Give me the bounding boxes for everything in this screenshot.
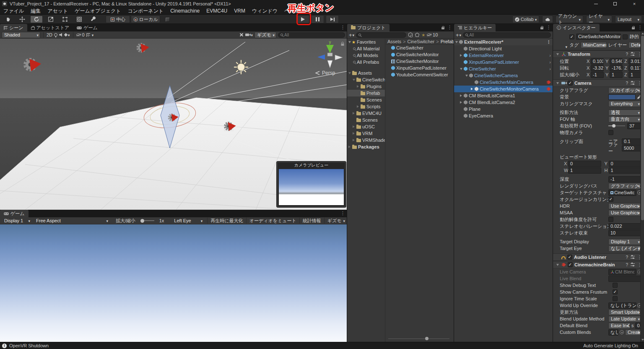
hierarchy-search-input[interactable]	[469, 33, 548, 37]
clear-flags-dropdown[interactable]: スカイボックス	[608, 87, 641, 94]
camera-header[interactable]: Camera	[553, 79, 644, 87]
lock-icon[interactable]	[540, 27, 543, 29]
create-asset-button[interactable]: Create Asset	[625, 329, 641, 336]
hdr-dropdown[interactable]: Use Graphics Settings	[608, 203, 641, 209]
blend-update-dropdown[interactable]: Late Update	[608, 316, 641, 322]
preset-icon[interactable]	[631, 52, 635, 56]
lock-icon[interactable]	[441, 27, 444, 29]
name-field[interactable]: CineSwitcherMonitorCamera	[576, 34, 621, 40]
cinemachine-brain-header[interactable]: CinemachineBrain	[553, 261, 644, 268]
rect-tool-button[interactable]	[59, 16, 71, 23]
hierarchy-search[interactable]	[463, 32, 551, 38]
tag-dropdown[interactable]: MainCamera	[581, 42, 607, 48]
scale-y-field[interactable]: 1	[610, 72, 623, 78]
camera-settings-dropdown[interactable]	[245, 32, 253, 37]
folder-scenes-root[interactable]: Scenes	[347, 117, 385, 123]
custom-tool-button[interactable]	[87, 16, 100, 23]
tab-inspector[interactable]: i インスペクター	[553, 24, 600, 31]
slider-knob[interactable]	[612, 124, 615, 128]
maximize-button[interactable]	[605, 0, 625, 8]
menu-cinemachine[interactable]: Cinemachine	[167, 8, 203, 15]
prefab-chevron-icon[interactable]: ›	[549, 53, 551, 58]
fav-all-models[interactable]: All Models	[347, 52, 385, 59]
hierarchy-item-plane[interactable]: Plane	[454, 106, 553, 112]
transform-header[interactable]: Transform	[553, 50, 644, 58]
prefab-chevron-icon[interactable]: ›	[549, 60, 551, 65]
brain-enabled-checkbox[interactable]	[568, 262, 573, 267]
audio-listener-header[interactable]: Audio Listener	[553, 253, 644, 261]
world-up-field[interactable]: なし (トランスフォーム)	[608, 302, 636, 309]
folder-plugins[interactable]: Plugins	[347, 83, 385, 90]
menu-window[interactable]: ウィンドウ	[249, 8, 281, 15]
help-icon[interactable]	[626, 81, 628, 86]
help-icon[interactable]	[626, 255, 628, 260]
scene-search-input[interactable]	[284, 33, 343, 37]
game-gizmos-caret-icon[interactable]	[343, 218, 345, 223]
effects-dropdown[interactable]	[65, 32, 70, 37]
scrollbar-thumb[interactable]	[641, 36, 644, 220]
tab-hierarchy[interactable]: ヒエラルキー	[454, 24, 496, 31]
hierarchy-item-eyecamera[interactable]: EyeCamera	[454, 112, 553, 119]
scene-tools-icon[interactable]	[239, 33, 244, 37]
layers-dropdown[interactable]: レイヤー	[586, 16, 612, 23]
fov-axis-dropdown[interactable]: 垂直方向	[608, 116, 641, 122]
scene-gizmos-dropdown[interactable]: ギズモ	[254, 32, 276, 38]
show-frustum-checkbox[interactable]	[613, 289, 618, 294]
stereo-separation-field[interactable]: 0.022	[608, 223, 641, 229]
display-dropdown[interactable]: Display 1	[2, 218, 32, 224]
hierarchy-item-cineswitcher[interactable]: CineSwitcher ›	[454, 65, 553, 72]
scroll-down-icon[interactable]	[641, 339, 644, 341]
fov-value-field[interactable]: 37	[627, 123, 641, 129]
account-dropdown[interactable]: アカウント	[556, 16, 583, 23]
target-texture-field[interactable]: CineSwitcherMo	[608, 190, 636, 196]
folder-vrm[interactable]: VRM	[347, 130, 385, 137]
tab-scene[interactable]: シーン	[0, 24, 27, 31]
layout-dropdown[interactable]: Layout	[615, 16, 642, 23]
lighting-toggle-icon[interactable]	[54, 33, 57, 36]
move-tool-button[interactable]	[16, 16, 29, 23]
transform-tool-button[interactable]	[73, 16, 86, 23]
far-clip-field[interactable]: 5000	[622, 145, 641, 151]
help-icon[interactable]	[626, 262, 628, 267]
step-button[interactable]	[326, 15, 339, 23]
occlusion-checkbox[interactable]	[608, 197, 613, 202]
tab-asset-store[interactable]: アセットストア	[27, 24, 73, 31]
help-icon[interactable]	[626, 52, 628, 57]
preset-icon[interactable]	[631, 81, 635, 85]
scene-viewport[interactable]: y Persp カメラプレビュー	[0, 39, 347, 210]
culling-mask-dropdown[interactable]: Everything	[608, 101, 641, 107]
cloud-button[interactable]	[542, 16, 553, 23]
tab-project[interactable]: プロジェクト	[347, 24, 390, 31]
create-object-button[interactable]	[456, 32, 461, 38]
audio-toggle-icon[interactable]	[59, 33, 63, 37]
favorites-filter-icon[interactable]	[421, 32, 425, 37]
collab-button[interactable]: Collab	[512, 16, 539, 23]
position-x-field[interactable]: 0.10335	[591, 58, 604, 65]
active-checkbox[interactable]	[569, 34, 574, 39]
position-z-field[interactable]: 3.01231	[628, 58, 641, 65]
file-cineswitchermonitor[interactable]: CineSwitcherMonitor	[386, 58, 454, 65]
grid-caret-icon[interactable]	[92, 32, 94, 37]
hierarchy-item-xinputgamepadlistener[interactable]: XinputGamePadListener ›	[454, 59, 553, 65]
stereo-convergence-field[interactable]: 10	[608, 230, 641, 236]
ignore-time-checkbox[interactable]	[613, 296, 618, 301]
pause-button[interactable]	[311, 15, 324, 23]
inspector-scrollbar[interactable]	[640, 31, 644, 342]
search-by-label-icon[interactable]	[415, 32, 420, 37]
viewport-x-field[interactable]: 0	[568, 161, 601, 167]
project-hidden-button[interactable]: 10	[427, 32, 438, 37]
rendering-path-dropdown[interactable]: グラフィックス設定を使用	[608, 183, 641, 189]
file-cineswitchermonitor-rt[interactable]: CineSwitcherMonitor	[386, 51, 454, 58]
scale-slider[interactable]	[140, 219, 154, 223]
menu-evmc4u[interactable]: EVMC4U	[203, 8, 231, 15]
viewport-y-field[interactable]: 0	[609, 161, 642, 167]
eye-dropdown[interactable]: Left Eye	[171, 218, 204, 224]
hidden-objects-button[interactable]: 0	[76, 32, 85, 37]
menu-gameobject[interactable]: ゲームオブジェクト	[71, 8, 124, 15]
background-color-swatch[interactable]	[608, 94, 636, 100]
scene-menu-icon[interactable]	[340, 25, 345, 30]
projection-dropdown[interactable]: 透視	[608, 109, 641, 116]
game-viewport[interactable]	[0, 224, 347, 342]
draw-mode-dropdown[interactable]: Shaded	[2, 32, 40, 38]
viewport-h-field[interactable]: 1	[609, 167, 642, 174]
